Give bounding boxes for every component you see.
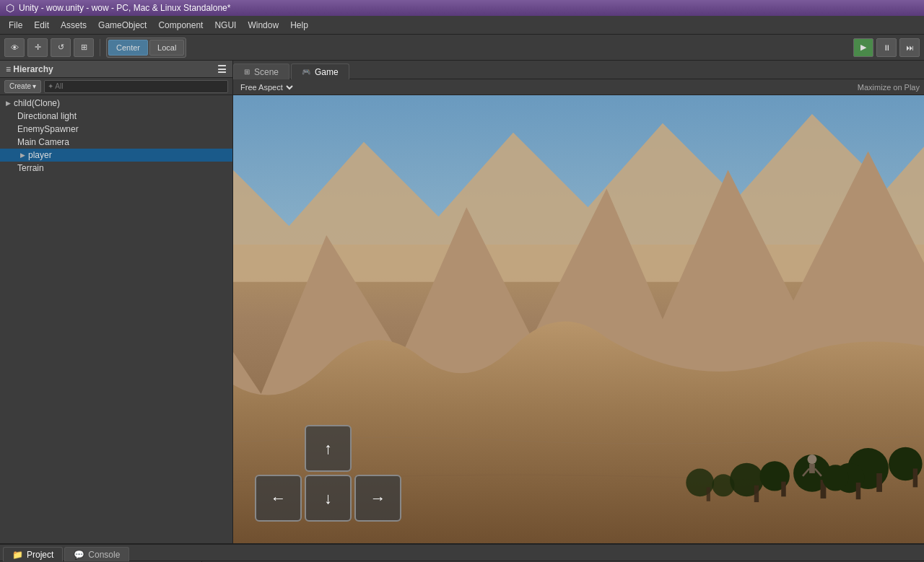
game-canvas: ↑ ← ↓ → <box>233 95 924 543</box>
arrow-icon-player: ▶ <box>20 152 25 159</box>
game-tab-icon: 🎮 <box>302 68 310 76</box>
svg-rect-6 <box>913 469 918 488</box>
menu-component[interactable]: Component <box>152 19 209 32</box>
menu-edit[interactable]: Edit <box>28 19 55 32</box>
hierarchy-item-label: Directional light <box>17 111 77 121</box>
menu-assets[interactable]: Assets <box>55 19 92 32</box>
move-tool-btn[interactable]: ✛ <box>27 38 48 57</box>
hierarchy-panel: ≡ Hierarchy ☰ Create ▾ ▶ child(Clone) Di… <box>0 61 233 543</box>
hierarchy-title: ≡ Hierarchy <box>6 64 53 74</box>
svg-rect-24 <box>809 464 815 473</box>
maximize-label: Maximize on Play <box>858 83 920 92</box>
menu-window[interactable]: Window <box>242 19 284 32</box>
scene-tab-label: Scene <box>254 67 279 77</box>
toolbar: 👁 ✛ ↺ ⊞ Center Local ▶ ⏸ ⏭ <box>0 35 924 61</box>
tab-project[interactable]: 📁 Project <box>3 547 63 561</box>
game-toolbar: Free Aspect 5:4 4:3 3:2 16:10 16:9 Maxim… <box>233 79 924 95</box>
aspect-select[interactable]: Free Aspect 5:4 4:3 3:2 16:10 16:9 <box>237 82 295 93</box>
hierarchy-item-label: EnemySpawner <box>17 124 79 134</box>
hierarchy-item-label: Main Camera <box>17 137 69 147</box>
local-btn[interactable]: Local <box>149 40 184 56</box>
ctrl-left-btn[interactable]: ← <box>255 475 302 522</box>
hierarchy-item-childclone[interactable]: ▶ child(Clone) <box>0 97 232 110</box>
svg-rect-14 <box>707 487 710 501</box>
right-panel: ⊞ Scene 🎮 Game Free Aspect 5:4 4:3 3:2 1… <box>233 61 924 543</box>
arrow-icon-childclone: ▶ <box>6 100 11 107</box>
main-layout: ≡ Hierarchy ☰ Create ▾ ▶ child(Clone) Di… <box>0 61 924 543</box>
scale-tool-btn[interactable]: ⊞ <box>74 38 94 57</box>
hierarchy-item-maincamera[interactable]: Main Camera <box>0 136 232 149</box>
menu-ngui[interactable]: NGUI <box>209 19 242 32</box>
hierarchy-item-enemyspawner[interactable]: EnemySpawner <box>0 123 232 136</box>
svg-point-23 <box>807 455 816 464</box>
menu-help[interactable]: Help <box>284 19 314 32</box>
step-btn[interactable]: ⏭ <box>899 38 920 57</box>
ctrl-right-btn[interactable]: → <box>354 475 401 522</box>
menu-gameobject[interactable]: GameObject <box>92 19 152 32</box>
hierarchy-create-btn[interactable]: Create ▾ <box>4 80 41 93</box>
titlebar: ⬡ Unity - wow.unity - wow - PC, Mac & Li… <box>0 0 924 16</box>
svg-rect-4 <box>876 473 882 492</box>
svg-point-22 <box>822 465 848 491</box>
play-btn[interactable]: ▶ <box>853 38 873 57</box>
bottom-panel: 📁 Project 💬 Console Create ▾ ▶ ★ Favorit… <box>0 543 924 562</box>
hierarchy-item-player[interactable]: ▶ player <box>0 149 232 162</box>
menubar: File Edit Assets GameObject Component NG… <box>0 16 924 35</box>
project-tab-icon: 📁 <box>12 550 23 560</box>
hierarchy-search-input[interactable] <box>44 80 228 93</box>
project-tab-label: Project <box>27 550 53 560</box>
pivot-group: Center Local <box>106 38 186 58</box>
hierarchy-item-directionallight[interactable]: Directional light <box>0 110 232 123</box>
game-view: ↑ ← ↓ → <box>233 95 924 543</box>
console-tab-icon: 💬 <box>74 550 84 560</box>
bottom-tabs: 📁 Project 💬 Console <box>0 545 924 561</box>
unity-icon: ⬡ <box>6 2 14 14</box>
ctrl-up-btn[interactable]: ↑ <box>305 425 352 472</box>
svg-rect-19 <box>781 482 785 497</box>
titlebar-title: Unity - wow.unity - wow - PC, Mac & Linu… <box>19 3 230 13</box>
hierarchy-menu-icon[interactable]: ☰ <box>217 63 227 75</box>
game-tab-label: Game <box>315 67 339 77</box>
hierarchy-item-label: child(Clone) <box>14 98 60 108</box>
ctrl-row-middle: ← ↓ → <box>255 475 401 522</box>
console-tab-label: Console <box>88 550 120 560</box>
hierarchy-list: ▶ child(Clone) Directional light EnemySp… <box>0 95 232 543</box>
scene-tab-icon: ⊞ <box>244 68 250 76</box>
menu-file[interactable]: File <box>3 19 28 32</box>
tab-scene[interactable]: ⊞ Scene <box>233 63 289 79</box>
svg-rect-8 <box>856 483 860 499</box>
toolbar-sep-1 <box>100 39 100 56</box>
hierarchy-item-label: Terrain <box>17 163 44 173</box>
tab-game[interactable]: 🎮 Game <box>291 63 349 79</box>
tab-console[interactable]: 💬 Console <box>64 547 129 561</box>
hierarchy-toolbar: Create ▾ <box>0 78 232 95</box>
ctrl-row-up: ↑ <box>255 425 401 472</box>
ctrl-down-btn[interactable]: ↓ <box>305 475 352 522</box>
eye-tool-btn[interactable]: 👁 <box>4 38 25 57</box>
center-btn[interactable]: Center <box>108 40 148 56</box>
hierarchy-item-terrain[interactable]: Terrain <box>0 162 232 175</box>
controls-overlay: ↑ ← ↓ → <box>255 425 401 522</box>
hierarchy-header: ≡ Hierarchy ☰ <box>0 61 232 78</box>
pause-btn[interactable]: ⏸ <box>876 38 897 57</box>
svg-rect-17 <box>754 486 759 502</box>
rotate-tool-btn[interactable]: ↺ <box>51 38 71 57</box>
hierarchy-item-label: player <box>28 150 52 160</box>
view-tabs: ⊞ Scene 🎮 Game <box>233 61 924 79</box>
